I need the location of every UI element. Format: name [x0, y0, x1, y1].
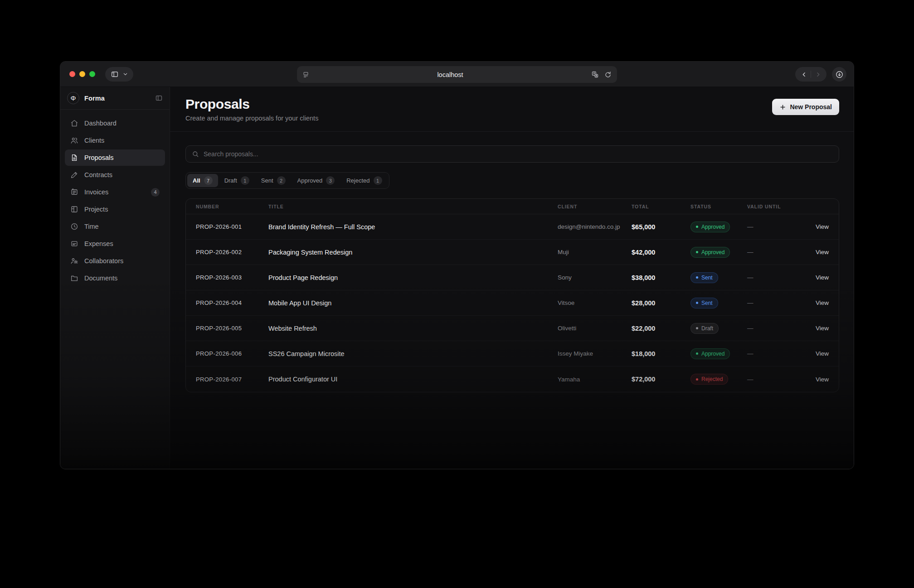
cell-client: Muji [548, 249, 622, 255]
cell-valid-until: — [737, 350, 796, 357]
sidebar: Φ Forma Dashboard Clients Proposals Cont… [60, 87, 170, 469]
table-row[interactable]: PROP-2026-001 Brand Identity Refresh — F… [186, 214, 839, 240]
main-content: Proposals Create and manage proposals fo… [170, 87, 854, 469]
column-header: STATUS [681, 204, 737, 209]
download-button[interactable] [832, 67, 846, 82]
cell-client: Yamaha [548, 376, 622, 383]
page-title: Proposals [185, 96, 318, 112]
users-icon [70, 136, 78, 145]
tab-count-badge: 1 [241, 176, 249, 185]
filter-tab-sent[interactable]: Sent 2 [256, 174, 291, 187]
view-link[interactable]: View [816, 325, 829, 332]
table-row[interactable]: PROP-2026-006 SS26 Campaign Microsite Is… [186, 341, 839, 366]
view-link[interactable]: View [816, 223, 829, 230]
home-icon [70, 119, 78, 127]
table-row[interactable]: PROP-2026-003 Product Page Redesign Sony… [186, 265, 839, 290]
folder-icon [70, 274, 78, 282]
status-dot-icon [696, 327, 698, 329]
table-row[interactable]: PROP-2026-002 Packaging System Redesign … [186, 240, 839, 265]
sidebar-badge: 4 [151, 188, 160, 197]
tab-count-badge: 1 [374, 176, 382, 185]
page-settings-icon[interactable] [302, 71, 309, 78]
browser-window: localhost [60, 61, 854, 469]
status-dot-icon [696, 276, 698, 279]
url-bar[interactable]: localhost [297, 66, 617, 83]
reload-button[interactable] [604, 71, 612, 78]
tab-count-badge: 3 [326, 176, 335, 185]
filter-tab-all[interactable]: All 7 [187, 174, 218, 187]
sidebar-item-dashboard[interactable]: Dashboard [65, 115, 165, 131]
filter-tab-draft[interactable]: Draft 1 [219, 174, 255, 187]
tab-count-badge: 7 [204, 176, 213, 185]
new-proposal-button[interactable]: New Proposal [772, 99, 839, 115]
view-link[interactable]: View [816, 274, 829, 281]
cell-valid-until: — [737, 223, 796, 230]
cell-total: $42,000 [622, 249, 681, 256]
cell-number: PROP-2026-002 [186, 249, 258, 255]
sidebar-nav: Dashboard Clients Proposals Contracts In… [60, 110, 170, 292]
status-dot-icon [696, 251, 698, 253]
cell-title: Mobile App UI Design [258, 299, 548, 307]
column-header: CLIENT [548, 204, 622, 209]
sidebar-item-collaborators[interactable]: Collaborators [65, 253, 165, 269]
sidebar-item-clients[interactable]: Clients [65, 132, 165, 149]
status-dot-icon [696, 378, 698, 381]
status-badge: Draft [690, 323, 719, 334]
cell-number: PROP-2026-003 [186, 274, 258, 281]
column-header: VALID UNTIL [737, 204, 796, 209]
cell-number: PROP-2026-005 [186, 325, 258, 332]
table-row[interactable]: PROP-2026-005 Website Refresh Olivetti $… [186, 316, 839, 341]
url-text: localhost [309, 71, 591, 78]
sidebar-item-projects[interactable]: Projects [65, 201, 165, 217]
filter-tab-approved[interactable]: Approved 3 [292, 174, 340, 187]
traffic-lights [69, 71, 95, 77]
table-row[interactable]: PROP-2026-004 Mobile App UI Design Vitso… [186, 290, 839, 316]
sidebar-panel-icon [111, 70, 119, 78]
search-input[interactable] [204, 150, 833, 158]
cell-valid-until: — [737, 299, 796, 306]
view-link[interactable]: View [816, 299, 829, 306]
cell-number: PROP-2026-001 [186, 223, 258, 230]
sidebar-item-time[interactable]: Time [65, 218, 165, 235]
sidebar-item-invoices[interactable]: Invoices 4 [65, 184, 165, 200]
cell-number: PROP-2026-007 [186, 376, 258, 383]
table-header: NUMBERTITLECLIENTTOTALSTATUSVALID UNTIL [186, 199, 839, 214]
cell-valid-until: — [737, 376, 796, 383]
plus-icon [779, 104, 786, 111]
cell-total: $38,000 [622, 274, 681, 281]
status-dot-icon [696, 226, 698, 228]
cell-title: SS26 Campaign Microsite [258, 350, 548, 357]
sidebar-item-documents[interactable]: Documents [65, 270, 165, 286]
forward-button[interactable] [811, 68, 825, 81]
sidebar-item-proposals[interactable]: Proposals [65, 149, 165, 166]
browser-toolbar: localhost [60, 62, 854, 87]
filter-tab-rejected[interactable]: Rejected 1 [341, 174, 387, 187]
sidebar-item-expenses[interactable]: Expenses [65, 236, 165, 252]
people-icon [70, 257, 78, 265]
view-link[interactable]: View [816, 350, 829, 357]
status-badge: Rejected [690, 374, 728, 385]
document-icon [70, 154, 78, 162]
invoice-icon [70, 188, 78, 196]
proposals-table: NUMBERTITLECLIENTTOTALSTATUSVALID UNTIL … [185, 198, 839, 392]
back-button[interactable] [797, 68, 811, 81]
sidebar-item-contracts[interactable]: Contracts [65, 167, 165, 183]
zoom-window-button[interactable] [89, 71, 95, 77]
search-bar [185, 145, 839, 163]
close-window-button[interactable] [69, 71, 75, 77]
sidebar-collapse-button[interactable] [155, 94, 163, 102]
cell-total: $28,000 [622, 299, 681, 307]
sidebar-toggle-button[interactable] [105, 67, 133, 82]
search-icon [192, 150, 199, 158]
table-row[interactable]: PROP-2026-007 Product Configurator UI Ya… [186, 366, 839, 392]
cell-valid-until: — [737, 325, 796, 332]
view-link[interactable]: View [816, 249, 829, 255]
view-link[interactable]: View [816, 376, 829, 383]
page-subtitle: Create and manage proposals for your cli… [185, 115, 318, 122]
status-badge: Sent [690, 272, 718, 283]
cell-client: Issey Miyake [548, 350, 622, 357]
status-badge: Sent [690, 298, 718, 308]
translate-icon[interactable] [591, 71, 599, 78]
cell-title: Packaging System Redesign [258, 249, 548, 256]
minimize-window-button[interactable] [79, 71, 85, 77]
